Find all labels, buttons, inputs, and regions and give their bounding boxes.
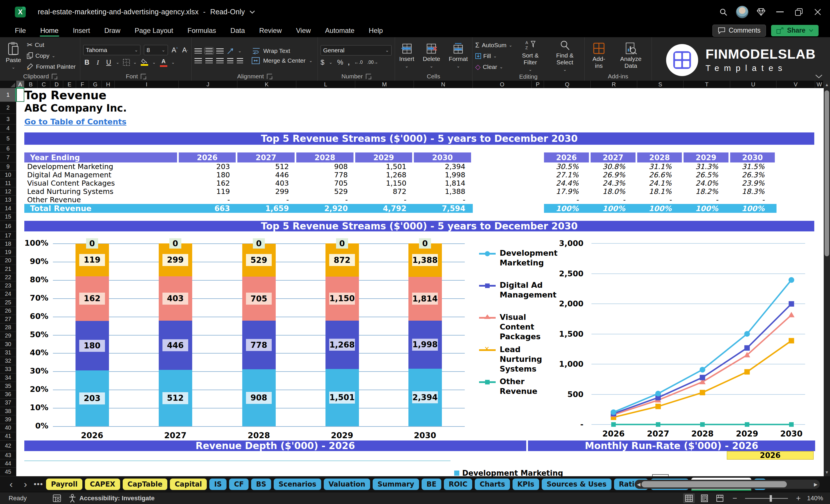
row-header-15[interactable]: 15 (0, 213, 16, 221)
sheet-tab-sources-uses[interactable]: Sources & Uses (542, 478, 611, 490)
sheet-tab-kpis[interactable]: KPIs (513, 478, 539, 490)
row-header-10[interactable]: 10 (0, 171, 16, 179)
pct-value-cell[interactable]: 17.9% (544, 187, 579, 196)
menu-tab-view[interactable]: View (290, 24, 317, 37)
row-header-3[interactable]: 3 (0, 114, 16, 124)
autosum-button[interactable]: ΣAutoSum⌄ (475, 41, 513, 50)
orientation-icon[interactable] (227, 48, 234, 54)
row-header-24[interactable]: 24 (0, 290, 16, 298)
search-icon[interactable] (714, 3, 733, 21)
sheet-tab-valuation[interactable]: Valuation (324, 478, 370, 490)
bold-button[interactable]: B (83, 58, 91, 66)
table-header-year[interactable]: 2029 (355, 153, 413, 162)
total-value-cell[interactable]: 1,659 (237, 204, 289, 213)
table-value-cell[interactable]: - (296, 196, 348, 204)
chart-section-banner[interactable]: Top 5 Revenue Streams ($'000) - 5 years … (24, 221, 814, 231)
row-header-22[interactable]: 22 (0, 273, 16, 281)
table-value-cell[interactable]: 1,388 (414, 187, 465, 196)
row-header-38[interactable]: 38 (0, 407, 16, 415)
total-value-cell[interactable]: 663 (179, 204, 230, 213)
row-header-32[interactable]: 32 (0, 357, 16, 365)
pct-value-cell[interactable]: 31.5% (730, 162, 765, 171)
menu-tab-review[interactable]: Review (253, 24, 288, 37)
menu-tab-draw[interactable]: Draw (98, 24, 127, 37)
vertical-scrollbar[interactable]: ▲ ▼ (824, 81, 830, 476)
table-value-cell[interactable]: 119 (179, 187, 230, 196)
tabs-overflow-icon[interactable]: ••• (34, 480, 43, 489)
row-header-11[interactable]: 11 (0, 179, 16, 187)
column-header-u[interactable]: U (730, 81, 776, 88)
row-header-16[interactable]: 16 (0, 221, 16, 231)
pct-value-cell[interactable]: 26.6% (637, 171, 672, 179)
clear-button[interactable]: ◇Clear⌄ (475, 63, 513, 71)
column-header-b[interactable]: B (24, 81, 37, 88)
row-header-26[interactable]: 26 (0, 307, 16, 315)
row-header-45[interactable]: 45 (0, 468, 16, 476)
wrap-text-button[interactable]: Wrap Text (263, 48, 290, 54)
column-header-t[interactable]: T (683, 81, 730, 88)
pct-total-cell[interactable]: 100% (544, 204, 579, 213)
sheet-tab-be[interactable]: BE (422, 478, 441, 490)
table-value-cell[interactable]: 908 (296, 162, 348, 171)
year-selector-cell[interactable]: 2026 (727, 451, 814, 460)
row-header-40[interactable]: 40 (0, 424, 16, 432)
column-header-l[interactable]: L (296, 81, 355, 88)
row-header-7[interactable]: 7 (0, 153, 16, 162)
sheet-tab-summary[interactable]: Summary (373, 478, 419, 490)
menu-tab-home[interactable]: Home (34, 24, 65, 37)
column-header-v[interactable]: V (776, 81, 815, 88)
sort-filter-button[interactable]: AZ Sort & Filter⌄ (515, 39, 545, 73)
pct-value-cell[interactable]: 24.0% (683, 179, 718, 187)
monthly-runrate-banner[interactable]: Monthly Run-Rate ($'000) - 2026 (528, 441, 815, 451)
hscroll-right-icon[interactable]: ▶ (814, 482, 818, 487)
align-center-icon[interactable] (205, 58, 213, 63)
alignment-dialog-launcher-icon[interactable] (267, 74, 272, 79)
comments-button[interactable]: Comments (712, 25, 766, 37)
increase-decimal-icon[interactable]: ←.0 (354, 60, 363, 65)
close-button[interactable] (808, 3, 827, 21)
increase-font-icon[interactable]: A^ (171, 46, 178, 54)
font-size-select[interactable]: 8⌄ (144, 45, 168, 55)
row-header-44[interactable]: 44 (0, 460, 16, 468)
pct-value-cell[interactable]: - (590, 196, 625, 204)
table-value-cell[interactable]: 778 (296, 171, 348, 179)
merge-center-icon[interactable] (252, 57, 260, 64)
addins-button[interactable]: Add-ins (587, 39, 610, 72)
pct-value-cell[interactable]: 24.1% (637, 179, 672, 187)
table-header-year[interactable]: 2027 (237, 153, 295, 162)
scroll-up-icon[interactable]: ▲ (824, 81, 830, 89)
column-header-k[interactable]: K (237, 81, 296, 88)
pct-value-cell[interactable]: 18.3% (730, 187, 765, 196)
pct-header-year[interactable]: 2027 (590, 153, 636, 162)
table-header-year[interactable]: 2028 (296, 153, 354, 162)
font-family-select[interactable]: Tahoma⌄ (83, 45, 140, 55)
menu-tab-automate[interactable]: Automate (319, 24, 361, 37)
column-header-i[interactable]: I (115, 81, 179, 88)
row-header-9[interactable]: 9 (0, 162, 16, 171)
column-headers[interactable]: ABCDEFGHIJKLMNOPQRSTUVW (16, 81, 824, 88)
table-value-cell[interactable]: 512 (237, 162, 289, 171)
row-header-21[interactable]: 21 (0, 265, 16, 273)
share-button[interactable]: Share (771, 25, 819, 36)
macro-record-icon[interactable] (53, 494, 61, 502)
page-break-view-icon[interactable] (714, 494, 726, 503)
column-header-g[interactable]: G (89, 81, 102, 88)
column-header-c[interactable]: C (37, 81, 50, 88)
row-header-27[interactable]: 27 (0, 315, 16, 323)
align-bottom-icon[interactable] (216, 48, 224, 54)
row-header-31[interactable]: 31 (0, 348, 16, 357)
currency-format-icon[interactable]: $ (321, 58, 324, 66)
table-value-cell[interactable]: 1,268 (355, 171, 407, 179)
table-value-cell[interactable]: 180 (179, 171, 230, 179)
align-top-icon[interactable] (194, 48, 202, 54)
hscroll-left-icon[interactable]: ◀ (637, 482, 640, 487)
company-name[interactable]: ABC Company Inc. (24, 102, 127, 114)
sheet-tab-scenarios[interactable]: Scenarios (274, 478, 321, 490)
fill-color-button[interactable] (140, 59, 149, 66)
minimize-button[interactable] (770, 3, 789, 21)
pct-value-cell[interactable]: 26.9% (590, 171, 625, 179)
column-header-m[interactable]: M (355, 81, 414, 88)
menu-tab-insert[interactable]: Insert (67, 24, 96, 37)
menu-tab-file[interactable]: File (8, 24, 32, 37)
table-value-cell[interactable]: 1,998 (414, 171, 465, 179)
